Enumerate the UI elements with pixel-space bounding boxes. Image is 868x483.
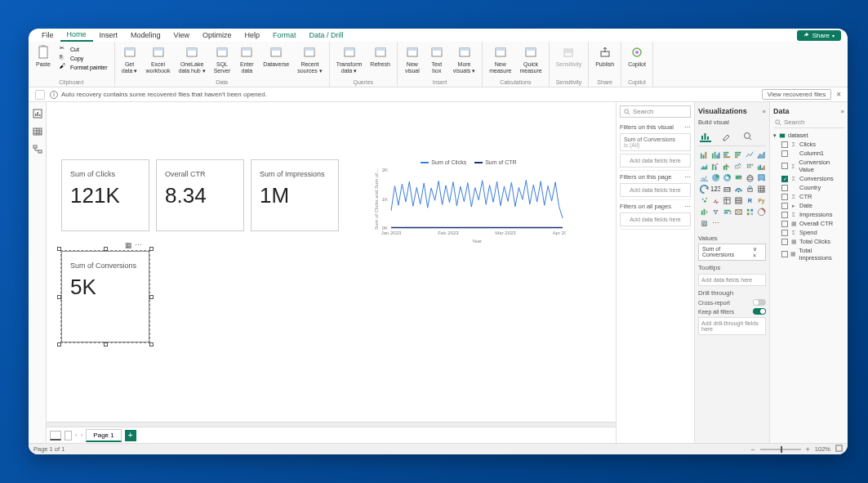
viz-type-24[interactable] [699,195,709,205]
viz-type-33[interactable] [733,207,743,217]
menu-modeling[interactable]: Modeling [124,29,167,41]
menu-home[interactable]: Home [60,29,93,42]
data-search[interactable]: Search [773,117,844,128]
field-total-impressions[interactable]: ▦Total Impressions [781,246,844,262]
menu-data-drill[interactable]: Data / Drill [302,29,349,41]
cross-report-toggle[interactable] [753,299,766,306]
field-impressions[interactable]: ΣImpressions [781,210,844,219]
filter-card[interactable]: Sum of Conversionsis (All) [620,133,691,151]
tooltips-field-well[interactable]: Add data fields here [698,274,766,286]
viz-type-31[interactable] [710,207,720,217]
field-column1[interactable]: Column1 [781,149,844,158]
page-nav-prev[interactable]: ‹ [75,432,78,439]
menu-optimize[interactable]: Optimize [196,29,238,41]
view-recovered-button[interactable]: View recovered files [762,89,831,100]
viz-type-23[interactable] [756,184,766,194]
menu-format[interactable]: Format [266,29,303,41]
refresh-button[interactable]: Refresh [367,43,394,78]
cut-button[interactable]: ✂Cut [60,45,108,53]
viz-tab-analytics[interactable] [742,131,754,142]
card-visual-0[interactable]: Sum of Clicks121K [61,159,149,231]
viz-type-37[interactable]: ⋯ [710,218,720,228]
viz-type-35[interactable] [756,207,766,217]
sql-server-button[interactable]: SQL Server [211,43,234,78]
viz-type-16[interactable] [745,172,754,182]
viz-type-22[interactable] [745,184,754,194]
checkbox[interactable] [781,251,788,257]
viz-type-21[interactable] [733,184,743,194]
paste-button[interactable]: Paste [32,43,55,78]
viz-type-6[interactable] [699,161,709,171]
copy-button[interactable]: ⎘Copy [60,54,108,62]
sensitivity-button[interactable]: Sensitivity [553,43,585,78]
checkbox[interactable] [781,185,788,191]
viz-type-25[interactable] [710,195,720,205]
page-nav-next[interactable]: › [81,432,83,439]
checkbox[interactable] [781,141,788,148]
data-pane-header[interactable]: Data» [773,105,844,117]
enter-data-button[interactable]: Enter data [235,43,258,78]
add-filter-field[interactable]: Add data fields here [620,183,691,197]
viz-type-3[interactable] [733,150,743,159]
focus-mode-icon[interactable]: ▦ [125,241,132,249]
viz-tab-build[interactable] [700,131,711,142]
zoom-out-button[interactable]: − [750,445,754,454]
format-painter-button[interactable]: 🖌Format painter [60,63,108,71]
viz-type-14[interactable] [722,172,732,182]
field-clicks[interactable]: ΣClicks [781,140,844,149]
card-visual-1[interactable]: Overall CTR8.34 [156,159,244,231]
viz-type-1[interactable] [710,150,720,159]
share-button[interactable]: Share ▾ [797,30,841,41]
more-options-icon[interactable]: ⋯ [135,241,142,249]
viz-type-28[interactable]: R [745,195,754,205]
report-view-icon[interactable] [35,90,45,100]
page-tab-1[interactable]: Page 1 [86,429,121,442]
checkbox[interactable] [781,212,788,218]
viz-type-34[interactable] [745,207,754,217]
checkbox[interactable] [781,163,788,169]
close-info-button[interactable]: × [836,90,841,99]
field-overall-ctr[interactable]: ▦Overall CTR [781,219,844,228]
checkbox[interactable] [781,230,788,236]
table-view-rail-icon[interactable] [33,125,42,135]
viz-type-11[interactable] [756,161,766,171]
field-ctr[interactable]: ΣCTR [781,192,844,201]
viz-type-5[interactable] [756,150,766,159]
drillthrough-field-well[interactable]: Add drill-through fields here [698,317,766,335]
checkbox[interactable]: ✓ [781,176,788,182]
keep-filters-toggle[interactable] [753,308,766,315]
report-view-rail-icon[interactable] [33,107,42,117]
onelake-data-hub-button[interactable]: OneLake data hub ▾ [176,43,209,78]
report-canvas[interactable]: Sum of Clicks121KOverall CTR8.34Sum of I… [47,102,616,422]
viz-type-13[interactable] [710,172,720,182]
copilot-button[interactable]: Copilot [625,43,649,78]
line-chart-visual[interactable]: Sum of ClicksSum of CTRSum of Clicks and… [372,159,566,245]
viz-type-18[interactable] [699,184,709,194]
card-visual-2[interactable]: Sum of Impressions1M [251,159,339,231]
model-view-rail-icon[interactable] [33,143,42,153]
field-spend[interactable]: ΣSpend [781,228,844,237]
zoom-in-button[interactable]: + [806,445,810,454]
field-total-clicks[interactable]: ▦Total Clicks [781,237,844,246]
menu-help[interactable]: Help [238,29,266,41]
viz-type-36[interactable] [699,218,709,228]
viz-type-10[interactable] [745,161,754,171]
fit-to-page-button[interactable] [835,445,843,454]
viz-tab-format[interactable] [721,131,732,142]
viz-pane-header[interactable]: Visualizations» [698,105,766,117]
field-conversion-value[interactable]: ΣConversion Value [781,158,844,174]
text-box-button[interactable]: Text box [425,43,448,78]
field-conversions[interactable]: ✓ΣConversions [781,174,844,183]
viz-type-29[interactable]: Py [756,195,766,205]
mobile-layout-icon[interactable] [65,431,72,441]
card-visual-3[interactable]: Sum of Conversions5K [61,251,149,342]
viz-type-20[interactable]: 123 [722,184,732,194]
publish-button[interactable]: Publish [592,43,617,78]
viz-type-8[interactable] [722,161,732,171]
viz-type-4[interactable] [745,150,754,159]
get-data-button[interactable]: Get data ▾ [118,43,141,78]
new-visual-button[interactable]: New visual [401,43,424,78]
table-node[interactable]: ▾ dataset [773,131,844,140]
checkbox[interactable] [781,150,788,157]
viz-type-32[interactable]: Σ [722,207,732,217]
